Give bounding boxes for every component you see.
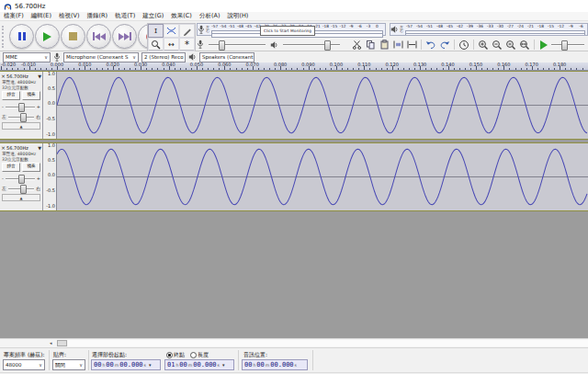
horizontal-scrollbar[interactable]: ◂: [0, 338, 588, 347]
cut-button[interactable]: [350, 39, 363, 51]
arrows-lr-icon: ↔: [168, 40, 175, 49]
pan-slider[interactable]: 左 右: [0, 111, 42, 121]
close-track-icon[interactable]: ×: [1, 74, 6, 79]
menu-item[interactable]: 分析(A): [196, 12, 224, 20]
project-rate-select[interactable]: 48000∨: [3, 359, 45, 370]
timeline-ruler[interactable]: -0.020-0.0100.0000.0100.0200.0300.0400.0…: [0, 62, 588, 71]
end-radio[interactable]: 終點: [166, 351, 185, 359]
recording-device-select[interactable]: Microphone (Conexant S∨: [63, 52, 139, 62]
menu-item[interactable]: 效果(C): [167, 12, 196, 20]
slider-thumb[interactable]: [561, 40, 568, 51]
mute-button[interactable]: 靜音: [2, 91, 20, 100]
redo-button[interactable]: [438, 39, 451, 51]
trim-icon: [393, 40, 403, 50]
silence-icon: [407, 40, 417, 50]
slider-thumb[interactable]: [324, 40, 331, 51]
format-menu-arrow-icon[interactable]: ▾: [222, 362, 225, 368]
scale-label: 1.0: [48, 72, 55, 76]
audio-position-field[interactable]: 00h 00m 00.000s: [242, 359, 308, 370]
solo-button[interactable]: 獨奏: [22, 163, 40, 172]
chevron-down-icon: ∨: [37, 362, 42, 368]
pan-slider[interactable]: 左 右: [0, 183, 42, 193]
zoom-in-button[interactable]: [477, 39, 490, 51]
scroll-left-arrow-icon[interactable]: ◂: [50, 341, 52, 346]
menu-item[interactable]: 編輯(E): [28, 12, 55, 20]
zoom-out-button[interactable]: [491, 39, 503, 51]
playback-volume-slider[interactable]: [283, 40, 340, 49]
selection-end-field[interactable]: 01h 00m 00.000s ▾: [164, 359, 234, 370]
selection-toolbar: 專案頻率 (赫茲): 48000∨ 貼齊: 關閉∨ 選擇部份起點: 00h 00…: [0, 347, 588, 372]
playback-meter[interactable]: 左右 -57-54-51-48-45-42-39-36-33-30-27-24-…: [390, 23, 588, 36]
paste-button[interactable]: [378, 39, 390, 51]
selection-tool-button[interactable]: I: [148, 24, 164, 38]
copy-button[interactable]: [364, 39, 377, 51]
track-menu-arrow-icon[interactable]: ▼: [38, 74, 41, 79]
slider-thumb[interactable]: [219, 40, 225, 51]
fit-project-button[interactable]: [518, 39, 531, 51]
playback-speed-slider[interactable]: [551, 40, 584, 49]
skip-to-start-button[interactable]: [86, 24, 111, 49]
separator: [534, 40, 535, 50]
draw-tool-button[interactable]: [179, 24, 195, 38]
snap-to-label: 貼齊:: [53, 351, 66, 359]
gain-slider[interactable]: - +: [0, 101, 42, 111]
length-radio[interactable]: 長度: [190, 351, 209, 359]
empty-project-area: [0, 211, 588, 338]
envelope-tool-button[interactable]: [164, 24, 179, 38]
menu-item[interactable]: 檢視(V): [55, 12, 84, 20]
gain-slider[interactable]: - +: [0, 173, 42, 183]
start-monitoring-button[interactable]: Click to Start Monitoring: [260, 26, 315, 36]
slider-thumb[interactable]: [18, 175, 25, 184]
radio-icon: [190, 352, 197, 358]
play-button[interactable]: [35, 24, 60, 49]
time-shift-tool-button[interactable]: ↔: [164, 38, 179, 51]
waveform-display[interactable]: [57, 143, 588, 210]
project-rate-label: 專案頻率 (赫茲):: [4, 351, 45, 359]
toolbar-grip[interactable]: [2, 26, 6, 48]
close-track-icon[interactable]: ×: [1, 145, 6, 151]
format-menu-arrow-icon[interactable]: ▾: [149, 362, 152, 368]
scale-label: -0.5: [46, 117, 55, 121]
audio-host-select[interactable]: MME∨: [3, 52, 51, 62]
skip-to-end-button[interactable]: [112, 24, 137, 49]
silence-selection-button[interactable]: [405, 39, 418, 51]
play-at-speed-button[interactable]: [537, 39, 550, 51]
collapse-track-button[interactable]: ▲: [2, 122, 40, 130]
mute-button[interactable]: 靜音: [2, 163, 20, 172]
waveform-display[interactable]: [57, 72, 588, 139]
fit-selection-button[interactable]: [504, 39, 517, 51]
scrollbar-thumb[interactable]: [57, 340, 67, 346]
playback-device-select[interactable]: Speakers (Conexant Sma∨: [199, 52, 254, 62]
menu-item[interactable]: 說明(H): [223, 12, 252, 20]
zoom-tool-button[interactable]: [148, 38, 164, 51]
scrollbar-trough[interactable]: [68, 340, 588, 346]
menu-item[interactable]: 播錄(R): [84, 12, 112, 20]
recording-channels-select[interactable]: 2 (Stereo) Reco∨: [141, 52, 186, 62]
sync-lock-button[interactable]: [458, 39, 470, 51]
separator: [312, 350, 313, 370]
snap-to-select[interactable]: 關閉∨: [52, 359, 85, 370]
radio-selected-icon: [166, 352, 173, 358]
sine-waveform: [57, 72, 588, 139]
undo-button[interactable]: [424, 39, 437, 51]
menu-item[interactable]: 建立(G): [139, 12, 167, 20]
track-menu-arrow-icon[interactable]: ▼: [38, 145, 41, 151]
selection-start-field[interactable]: 00h 00m 00.000s ▾: [91, 359, 161, 370]
collapse-track-button[interactable]: ▲: [2, 194, 40, 201]
zoom-out-icon: [492, 40, 503, 51]
vertical-scale[interactable]: 1.00.50.0-0.5-1.0: [43, 143, 57, 210]
separator: [49, 350, 50, 370]
multi-tool-button[interactable]: *: [179, 38, 195, 51]
menu-item[interactable]: 軌道(T): [111, 12, 139, 20]
recording-volume-slider[interactable]: [209, 40, 266, 49]
stop-button[interactable]: [61, 24, 85, 49]
pause-button[interactable]: [9, 24, 34, 49]
slider-thumb[interactable]: [20, 185, 27, 194]
vertical-scale[interactable]: 1.00.50.0-0.5-1.0: [43, 72, 57, 139]
menu-item[interactable]: 檔案(F): [0, 12, 28, 20]
recording-meter[interactable]: 左右 -57-54-51-48-45-42-39-36-33-30-27-24-…: [197, 23, 386, 36]
trim-outside-selection-button[interactable]: [391, 39, 404, 51]
slider-thumb[interactable]: [18, 103, 25, 112]
slider-thumb[interactable]: [20, 113, 27, 122]
solo-button[interactable]: 獨奏: [22, 91, 40, 100]
